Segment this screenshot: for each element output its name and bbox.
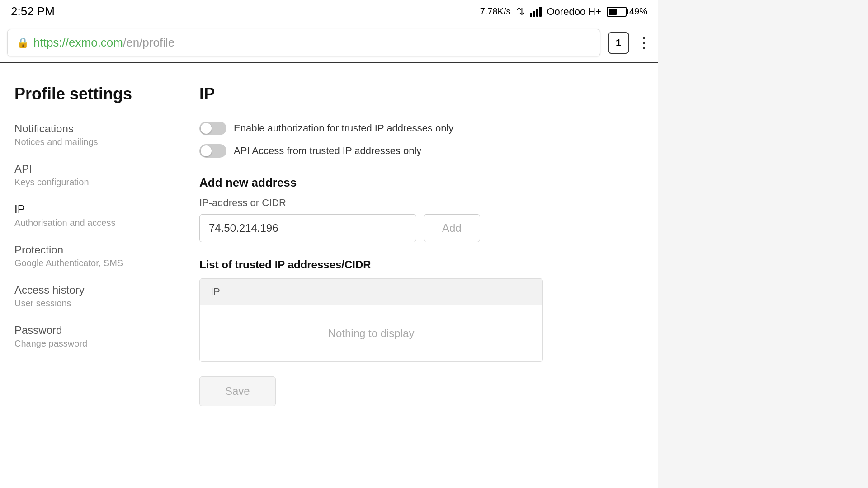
network-speed: 7.78K/s — [480, 6, 511, 17]
status-right: 7.78K/s ⇅ Ooredoo H+ 49% — [480, 6, 647, 18]
protection-subtitle: Google Authenticator, SMS — [14, 258, 159, 268]
toggle-2-label: API Access from trusted IP addresses onl… — [234, 145, 421, 157]
battery-icon — [607, 7, 627, 17]
ip-list-title: List of trusted IP addresses/CIDR — [199, 258, 633, 271]
status-time: 2:52 PM — [11, 5, 55, 19]
api-title: API — [14, 162, 159, 176]
ip-table: IP Nothing to display — [199, 278, 543, 362]
toggle-auth-ip[interactable] — [199, 122, 226, 135]
menu-dots-button[interactable]: ⋮ — [637, 36, 651, 50]
access-history-title: Access history — [14, 283, 159, 297]
ip-title: IP — [14, 202, 159, 216]
lock-icon: 🔒 — [17, 37, 29, 49]
api-subtitle: Keys configuration — [14, 177, 159, 188]
password-subtitle: Change password — [14, 338, 159, 349]
signal-bars — [530, 7, 542, 17]
sidebar-item-protection[interactable]: Protection Google Authenticator, SMS — [14, 243, 159, 268]
sidebar-item-notifications[interactable]: Notifications Notices and mailings — [14, 122, 159, 147]
toggle-1-label: Enable authorization for trusted IP addr… — [234, 122, 453, 134]
ip-table-header: IP — [200, 279, 542, 305]
status-bar: 2:52 PM 7.78K/s ⇅ Ooredoo H+ 49% — [0, 0, 658, 23]
ip-field-label: IP-address or CIDR — [199, 197, 633, 209]
browser-bar: 🔒 https://exmo.com/en/profile 1 ⋮ — [0, 23, 658, 63]
ip-input[interactable] — [199, 214, 416, 242]
sidebar: Profile settings Notifications Notices a… — [0, 63, 174, 488]
add-button[interactable]: Add — [424, 214, 480, 242]
sidebar-item-access-history[interactable]: Access history User sessions — [14, 283, 159, 309]
add-address-section: Add new address IP-address or CIDR Add — [199, 176, 633, 242]
notifications-title: Notifications — [14, 122, 159, 136]
transfer-icon: ⇅ — [516, 6, 524, 18]
url-text: https://exmo.com/en/profile — [33, 36, 175, 50]
toggle-row-1: Enable authorization for trusted IP addr… — [199, 122, 633, 135]
url-path: /en/profile — [123, 36, 175, 49]
url-domain: exmo.com — [69, 36, 123, 49]
save-button[interactable]: Save — [199, 376, 276, 406]
main-container: Profile settings Notifications Notices a… — [0, 63, 658, 488]
toggle-row-2: API Access from trusted IP addresses onl… — [199, 144, 633, 158]
save-section: Save — [199, 376, 633, 406]
battery-fill — [609, 9, 617, 15]
content-area: IP Enable authorization for trusted IP a… — [174, 63, 658, 488]
input-row: Add — [199, 214, 633, 242]
protection-title: Protection — [14, 243, 159, 257]
ip-table-empty: Nothing to display — [200, 305, 542, 361]
battery-pct: 49% — [629, 6, 647, 17]
password-title: Password — [14, 323, 159, 337]
toggle-api-ip[interactable] — [199, 144, 226, 158]
url-bar[interactable]: 🔒 https://exmo.com/en/profile — [7, 29, 600, 56]
access-history-subtitle: User sessions — [14, 298, 159, 309]
tab-counter[interactable]: 1 — [608, 32, 629, 54]
carrier-label: Ooredoo H+ — [547, 6, 601, 18]
sidebar-item-password[interactable]: Password Change password — [14, 323, 159, 349]
ip-list-section: List of trusted IP addresses/CIDR IP Not… — [199, 258, 633, 362]
ip-subtitle: Authorisation and access — [14, 218, 159, 228]
url-scheme: https:// — [33, 36, 69, 49]
notifications-subtitle: Notices and mailings — [14, 137, 159, 147]
add-address-title: Add new address — [199, 176, 633, 190]
battery-container: 49% — [607, 6, 647, 17]
sidebar-item-api[interactable]: API Keys configuration — [14, 162, 159, 188]
page-title: IP — [199, 84, 633, 103]
sidebar-title: Profile settings — [14, 84, 159, 103]
sidebar-item-ip[interactable]: IP Authorisation and access — [14, 202, 159, 228]
browser-actions: 1 ⋮ — [608, 32, 651, 54]
